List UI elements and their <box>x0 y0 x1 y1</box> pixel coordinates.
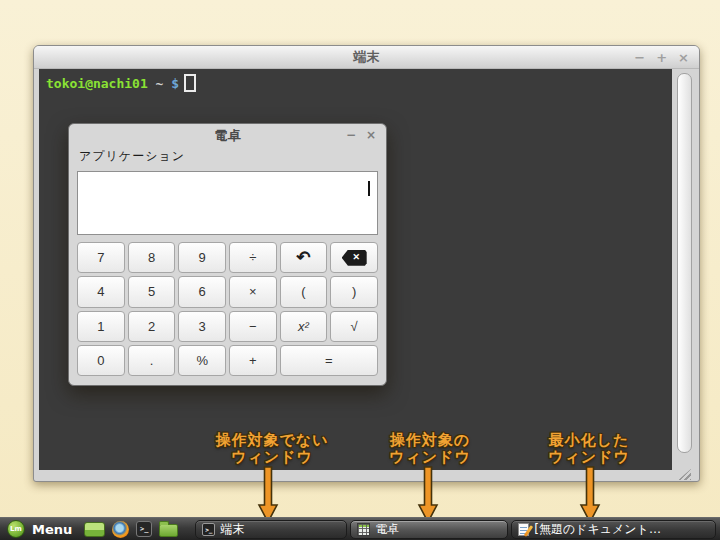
calculator-window-controls: − × <box>346 124 376 146</box>
terminal-cursor <box>184 74 196 92</box>
prompt-path: ~ <box>148 76 171 91</box>
down-arrow-icon <box>417 466 439 524</box>
terminal-window-title: 端末 <box>34 46 699 68</box>
taskbar-button-label: [無題のドキュメント… <box>534 521 661 538</box>
taskbar-button-document[interactable]: [無題のドキュメント… <box>511 520 716 539</box>
close-icon[interactable]: × <box>678 51 689 64</box>
firefox-icon[interactable] <box>112 521 129 538</box>
btn-2[interactable]: 2 <box>128 311 176 342</box>
btn-0[interactable]: 0 <box>77 345 125 376</box>
calculator-icon <box>357 523 370 536</box>
backspace-icon: ✕ <box>342 250 367 266</box>
window-list: >_ 端末 電卓 [無題のドキュメント… <box>195 520 716 539</box>
btn-x-squared[interactable]: x² <box>280 311 328 342</box>
down-arrow-icon <box>257 466 279 524</box>
terminal-icon: >_ <box>202 523 215 536</box>
taskbar: Lm Menu >_ >_ 端末 電卓 [無題のドキュメント… <box>0 517 720 540</box>
calculator-window: 電卓 − × アプリケーション 7 8 9 ÷ ↶ ✕ 4 5 6 × ( <box>68 123 387 386</box>
btn-8[interactable]: 8 <box>128 242 176 273</box>
menu-item-applications[interactable]: アプリケーション <box>79 149 185 163</box>
btn-7[interactable]: 7 <box>77 242 125 273</box>
undo-icon: ↶ <box>296 247 310 268</box>
menu-button[interactable]: Menu <box>32 522 72 537</box>
terminal-launcher-icon[interactable]: >_ <box>136 521 152 537</box>
terminal-titlebar[interactable]: 端末 − + × <box>34 46 699 69</box>
taskbar-button-label: 端末 <box>220 521 244 538</box>
file-manager-icon[interactable] <box>159 524 178 537</box>
btn-equals[interactable]: = <box>280 345 378 376</box>
btn-9[interactable]: 9 <box>178 242 226 273</box>
show-desktop-icon[interactable] <box>84 522 105 537</box>
text-cursor <box>368 181 370 196</box>
calculator-keypad: 7 8 9 ÷ ↶ ✕ 4 5 6 × ( ) 1 2 3 − x² √ 0 .… <box>77 242 378 376</box>
taskbar-button-label: 電卓 <box>375 521 399 538</box>
btn-decimal[interactable]: . <box>128 345 176 376</box>
btn-open-paren[interactable]: ( <box>280 276 328 307</box>
taskbar-button-calculator[interactable]: 電卓 <box>350 520 508 539</box>
btn-multiply[interactable]: × <box>229 276 277 307</box>
calculator-titlebar[interactable]: 電卓 − × <box>69 124 386 146</box>
minimize-icon[interactable]: − <box>634 51 645 64</box>
resize-grip[interactable] <box>678 469 691 480</box>
terminal-window-controls: − + × <box>634 46 689 68</box>
btn-add[interactable]: + <box>229 345 277 376</box>
prompt-symbol: $ <box>171 76 179 91</box>
btn-backspace[interactable]: ✕ <box>330 242 378 273</box>
text-editor-icon <box>518 523 529 536</box>
down-arrow-icon <box>579 466 601 524</box>
mint-menu-icon[interactable]: Lm <box>7 520 25 538</box>
btn-close-paren[interactable]: ) <box>330 276 378 307</box>
desktop: 端末 − + × tokoi@nachi01 ~ $ 電卓 − × アプリケー <box>0 0 720 540</box>
terminal-prompt: tokoi@nachi01 ~ $ <box>39 69 672 92</box>
btn-percent[interactable]: % <box>178 345 226 376</box>
close-icon[interactable]: × <box>366 129 376 141</box>
maximize-icon[interactable]: + <box>656 51 667 64</box>
annotation-inactive-window: 操作対象でないウィンドウ <box>215 432 328 466</box>
calculator-menubar: アプリケーション <box>69 146 386 167</box>
minimize-icon[interactable]: − <box>346 129 356 141</box>
btn-subtract[interactable]: − <box>229 311 277 342</box>
annotation-minimized-window: 最小化したウィンドウ <box>548 432 630 466</box>
calculator-window-title: 電卓 <box>69 124 386 147</box>
btn-1[interactable]: 1 <box>77 311 125 342</box>
btn-divide[interactable]: ÷ <box>229 242 277 273</box>
taskbar-button-terminal[interactable]: >_ 端末 <box>195 520 347 539</box>
terminal-scrollbar[interactable] <box>677 73 692 453</box>
btn-6[interactable]: 6 <box>178 276 226 307</box>
btn-square-root[interactable]: √ <box>330 311 378 342</box>
btn-3[interactable]: 3 <box>178 311 226 342</box>
annotation-active-window: 操作対象のウィンドウ <box>389 432 471 466</box>
calculator-display[interactable] <box>77 171 378 235</box>
btn-4[interactable]: 4 <box>77 276 125 307</box>
btn-undo[interactable]: ↶ <box>280 242 328 273</box>
btn-5[interactable]: 5 <box>128 276 176 307</box>
prompt-user-host: tokoi@nachi01 <box>46 76 148 91</box>
